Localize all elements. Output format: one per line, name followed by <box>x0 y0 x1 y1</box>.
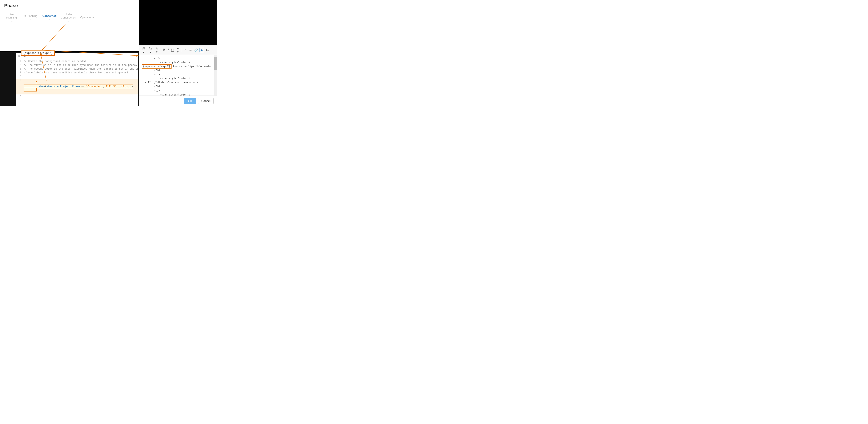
code-line-3: // The second color is the color display… <box>24 67 138 70</box>
toolbar-font-size-btn[interactable]: A↑ ∨ <box>147 46 153 54</box>
toolbar-expression-btn[interactable]: ◈ <box>199 48 204 53</box>
editor-line-6: <span style="color:# <box>142 77 214 81</box>
line-num-2: 2 <box>16 64 24 67</box>
expression-expr2[interactable]: {expression/expr2} <box>142 64 172 69</box>
step-label-consented: Consented <box>42 14 56 18</box>
toolbar-unordered-list-btn[interactable]: ≔ <box>188 48 193 52</box>
toolbar-bold-btn[interactable]: B <box>162 48 166 53</box>
code-line-1: // Update the background colors as neede… <box>24 60 87 63</box>
editor-line-9: <td> <box>142 89 214 93</box>
code-row-6: 6 when($feature.Project_Phase == 'Consen… <box>16 79 138 94</box>
step-label-operational: Operational <box>80 16 94 19</box>
code-highlight-when: when($feature.Project_Phase == 'Consente… <box>24 81 133 92</box>
phase-steps: PrePlanning → In Planning → Consented → … <box>2 12 97 23</box>
black-top-right <box>139 0 217 45</box>
code-editor-panel: ▷ Run 1 // Update the background colors … <box>16 53 138 106</box>
run-icon: ▷ <box>19 54 21 57</box>
line-num-1: 1 <box>16 60 24 63</box>
ok-button[interactable]: OK <box>184 98 196 104</box>
toolbar-more-btn[interactable]: ⋮ <box>211 48 215 52</box>
code-when: when <box>39 85 45 88</box>
phase-step-inplanning[interactable]: In Planning → <box>21 14 40 21</box>
code-feature-var: $feature.Project_Phase <box>46 85 80 88</box>
phase-step-preplanning[interactable]: PrePlanning → <box>2 12 21 23</box>
step-arrow-inplanning: → <box>29 18 32 21</box>
phase-title: Phase <box>4 3 18 8</box>
code-consented-str: 'Consented' <box>86 85 102 88</box>
editor-line-3: {expression/expr2}.font-size:12px;">Cons… <box>142 65 214 69</box>
editor-toolbar: AI ∨ A↑ ∨ A ∨ B I U ≡ ∨ ½ ≔ 🔗 ◈ T̶ₓ ⋮ <box>139 45 217 55</box>
code-body[interactable]: 1 // Update the background colors as nee… <box>16 59 138 106</box>
code-line-2: // The first color is the color displaye… <box>24 64 138 67</box>
phase-step-consented[interactable]: Consented → <box>40 14 59 21</box>
code-row-1: 1 // Update the background colors as nee… <box>16 60 138 64</box>
bottom-buttons-area: OK Cancel <box>139 96 217 106</box>
editor-line-2: <span style="color:# <box>142 61 214 65</box>
code-row-5: 5 <box>16 75 138 79</box>
step-label-underconstruction: UnderConstruction <box>61 12 76 19</box>
step-arrow-preplanning: → <box>10 20 13 23</box>
step-arrow-underconstruction: → <box>67 20 70 23</box>
cancel-button[interactable]: Cancel <box>198 98 214 104</box>
toolbar-link-btn[interactable]: 🔗 <box>193 48 199 52</box>
step-label-preplanning: PrePlanning <box>6 12 17 19</box>
editor-line-5: <td> <box>142 73 214 77</box>
editor-line-1: <td> <box>142 57 214 61</box>
toolbar-align-btn[interactable]: ≡ ∨ <box>175 46 180 54</box>
code-row-3: 3 // The second color is the color displ… <box>16 67 138 71</box>
phase-step-underconstruction[interactable]: UnderConstruction → <box>59 12 78 23</box>
toolbar-font-color-btn[interactable]: A ∨ <box>154 46 159 54</box>
toolbar-ordered-list-btn[interactable]: ½ <box>183 48 187 52</box>
editor-line-4: </td> <box>142 69 214 73</box>
code-line-6: when($feature.Project_Phase == 'Consente… <box>24 79 133 94</box>
step-label-inplanning: In Planning <box>24 14 37 18</box>
toolbar-strikethrough-btn[interactable]: T̶ₓ <box>205 48 210 52</box>
toolbar-sep-2 <box>182 48 182 52</box>
code-line-4: //note:labels are case sensitive so doub… <box>24 71 128 74</box>
code-row-4: 4 //note:labels are case sensitive so do… <box>16 71 138 75</box>
toolbar-ai-btn[interactable]: AI ∨ <box>141 46 147 54</box>
phase-step-operational[interactable]: Operational <box>78 16 97 20</box>
line-num-3: 3 <box>16 67 24 70</box>
toolbar-italic-btn[interactable]: I <box>167 48 169 53</box>
line-num-4: 4 <box>16 71 24 74</box>
code-row-7: 7 <box>16 94 138 98</box>
editor-scrollbar-thumb[interactable] <box>214 57 217 70</box>
line-num-5: 5 <box>16 75 24 78</box>
toolbar-underline-btn[interactable]: U <box>170 48 175 53</box>
code-row-2: 2 // The first color is the color displa… <box>16 64 138 67</box>
editor-line-7: .ze:12px;">Under Construction→</span> <box>142 81 214 85</box>
editor-line-8: </td> <box>142 85 214 89</box>
code-color2: 'd5dcdc' <box>119 85 131 88</box>
code-color1: '2171b5' <box>104 85 116 88</box>
line-num-6: 6 <box>16 79 24 82</box>
line-num-7: 7 <box>16 95 24 98</box>
step-arrow-consented: → <box>48 18 51 21</box>
expression-label-box[interactable]: {expression/expr2} <box>21 51 55 56</box>
